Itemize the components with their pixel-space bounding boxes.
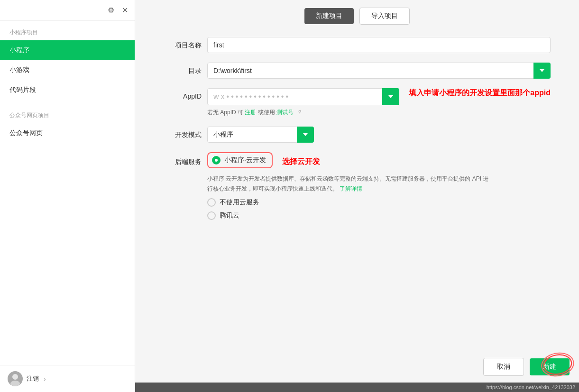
- logout-arrow: ›: [44, 375, 46, 383]
- radio-no-cloud-label: 不使用云服务: [220, 198, 259, 207]
- appid-input-wrap: [207, 88, 399, 105]
- name-label: 项目名称: [164, 37, 202, 50]
- sidebar-top-bar: ⚙ ✕: [0, 0, 135, 21]
- close-icon-button[interactable]: ✕: [121, 5, 129, 16]
- no-cloud-option[interactable]: 不使用云服务: [207, 198, 551, 207]
- main-content: 新建项目 导入项目 项目名称 目录 AppID: [135, 0, 579, 392]
- sidebar: ⚙ ✕ 小程序项目 小程序 小游戏 代码片段 公众号网页项目 公众号网页 注销 …: [0, 0, 135, 392]
- dir-input-wrap: [207, 63, 551, 79]
- sidebar-item-codesnippet[interactable]: 代码片段: [0, 80, 135, 100]
- devmode-input-wrap: [207, 127, 314, 143]
- sidebar-item-label: 代码片段: [9, 86, 36, 93]
- backend-options: 小程序·云开发 选择云开发 小程序·云开发为开发者提供数据库、存储和云函数等完整…: [207, 152, 551, 225]
- chevron-down-icon: [540, 69, 544, 72]
- form-row-name: 项目名称: [164, 37, 551, 53]
- appid-hint: 若无 AppID 可 注册 或使用 测试号 ？: [207, 108, 399, 117]
- sidebar-item-label: 小游戏: [9, 66, 29, 73]
- dir-browse-button[interactable]: [533, 63, 551, 79]
- dir-control-wrap: [207, 63, 551, 79]
- devmode-arrow-button[interactable]: [297, 127, 314, 143]
- sidebar-section1-label: 小程序项目: [0, 21, 135, 40]
- sidebar-item-label: 小程序: [9, 46, 29, 54]
- status-bar: https://blog.csdn.net/weixin_42132032: [135, 383, 579, 392]
- chevron-down-icon: [303, 133, 308, 136]
- cloud-dev-option-box[interactable]: 小程序·云开发: [207, 152, 273, 168]
- form-row-backend: 后端服务 小程序·云开发 选择云开发 小程序·云开发为开发者提供数据库、存储和云…: [164, 152, 551, 225]
- appid-annotation: 填入申请小程序的开发设置里面那个appid: [409, 88, 551, 98]
- appid-register-link[interactable]: 注册: [245, 109, 256, 116]
- radio-cloud-dev[interactable]: [212, 156, 221, 164]
- avatar: [8, 371, 23, 386]
- sidebar-item-miniprogram[interactable]: 小程序: [0, 40, 135, 60]
- create-button[interactable]: 新建: [530, 358, 570, 375]
- bottom-action-bar: 取消 新建: [135, 351, 579, 383]
- radio-cloud-dev-label: 小程序·云开发: [224, 156, 266, 164]
- sidebar-logout[interactable]: 注销 ›: [0, 365, 135, 392]
- tencent-cloud-option[interactable]: 腾讯云: [207, 211, 551, 220]
- gear-icon: ⚙: [108, 6, 114, 14]
- appid-hint1: 若无 AppID 可: [207, 109, 243, 116]
- import-project-button[interactable]: 导入项目: [359, 8, 410, 25]
- radio-no-cloud[interactable]: [207, 198, 216, 207]
- logout-label: 注销: [27, 374, 39, 383]
- dir-input[interactable]: [207, 63, 551, 79]
- name-control-wrap: [207, 37, 551, 53]
- sidebar-item-minigame[interactable]: 小游戏: [0, 60, 135, 80]
- gear-icon-button[interactable]: ⚙: [107, 5, 115, 16]
- appid-input[interactable]: [207, 88, 399, 105]
- top-action-bar: 新建项目 导入项目: [135, 0, 579, 32]
- create-button-wrap: 新建: [530, 358, 570, 375]
- sidebar-item-officialaccount[interactable]: 公众号网页: [0, 123, 135, 143]
- form-row-dir: 目录: [164, 63, 551, 79]
- svg-point-2: [10, 381, 20, 386]
- appid-label: AppID: [164, 88, 202, 100]
- appid-question: ？: [297, 109, 303, 116]
- radio-tencent-cloud-label: 腾讯云: [220, 211, 239, 220]
- backend-label: 后端服务: [164, 152, 202, 166]
- cloud-dev-annotation: 选择云开发: [282, 157, 320, 167]
- cancel-button[interactable]: 取消: [483, 358, 524, 376]
- form-row-devmode: 开发模式: [164, 127, 551, 143]
- name-input[interactable]: [207, 37, 551, 53]
- appid-arrow-button[interactable]: [382, 88, 399, 105]
- devmode-control-wrap: [207, 127, 551, 143]
- appid-control-wrap: 若无 AppID 可 注册 或使用 测试号 ？: [207, 88, 399, 117]
- cloud-dev-desc: 小程序·云开发为开发者提供数据库、存储和云函数等完整的云端支持。无需搭建服务器，…: [207, 174, 492, 193]
- svg-point-1: [12, 374, 18, 380]
- status-bar-text: https://blog.csdn.net/weixin_42132032: [487, 384, 575, 390]
- chevron-down-icon: [388, 95, 393, 98]
- dir-label: 目录: [164, 63, 202, 75]
- appid-testnum-link[interactable]: 测试号: [276, 109, 294, 116]
- appid-hint2-text: 或使用: [258, 109, 275, 116]
- radio-tencent-cloud[interactable]: [207, 211, 216, 220]
- form-area: 项目名称 目录 AppID: [135, 32, 579, 351]
- sidebar-section2-label: 公众号网页项目: [0, 104, 135, 123]
- sidebar-item-label: 公众号网页: [9, 129, 43, 137]
- new-project-button[interactable]: 新建项目: [304, 8, 354, 24]
- form-row-appid: AppID 若无 AppID 可 注册 或使用 测试号 ？ 填入申请小程: [164, 88, 551, 117]
- cloud-learn-more-link[interactable]: 了解详情: [340, 185, 362, 192]
- devmode-label: 开发模式: [164, 127, 202, 139]
- close-icon: ✕: [122, 6, 128, 14]
